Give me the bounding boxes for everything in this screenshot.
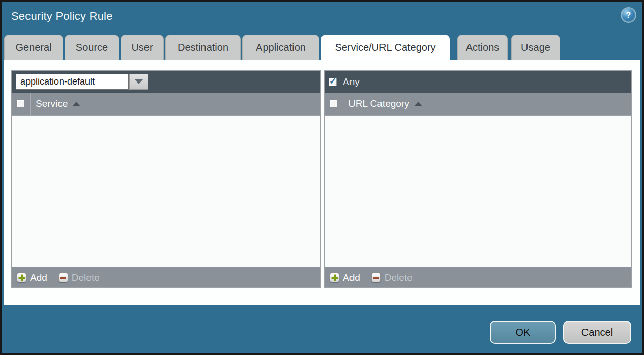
security-policy-rule-dialog: Security Policy Rule ? General Source Us… [0, 0, 644, 355]
question-mark-glyph: ? [626, 11, 631, 20]
service-panel: Service Add Delete [11, 70, 321, 288]
select-all-cell [325, 93, 343, 115]
tab-actions[interactable]: Actions [457, 35, 508, 60]
checkmark-icon: ✓ [329, 77, 336, 86]
chevron-down-icon [135, 79, 143, 84]
add-service-button[interactable]: Add [17, 272, 47, 283]
service-column-label[interactable]: Service [36, 98, 68, 110]
select-all-url-categories-checkbox[interactable] [330, 100, 338, 108]
service-column-header: Service [12, 93, 320, 116]
dropdown-arrow-button[interactable] [129, 74, 148, 90]
add-url-category-button[interactable]: Add [330, 272, 360, 283]
service-type-combo [16, 74, 148, 90]
tab-general[interactable]: General [4, 35, 63, 60]
minus-icon [371, 272, 381, 282]
service-list[interactable] [12, 116, 320, 267]
any-row: ✓ Any [329, 76, 360, 88]
service-type-dropdown[interactable] [16, 74, 129, 90]
select-all-cell [12, 93, 31, 115]
any-checkbox[interactable]: ✓ [329, 78, 337, 86]
any-label: Any [343, 76, 360, 88]
tab-application[interactable]: Application [242, 35, 319, 60]
service-panel-header [12, 71, 320, 93]
tab-destination[interactable]: Destination [165, 35, 241, 60]
select-all-services-checkbox[interactable] [17, 100, 25, 108]
url-category-column-header: URL Category [325, 93, 631, 116]
help-icon[interactable]: ? [622, 8, 635, 22]
ok-button[interactable]: OK [490, 321, 556, 344]
url-panel-footer: Add Delete [325, 267, 631, 287]
tab-service-url-category[interactable]: Service/URL Category [321, 35, 450, 60]
tab-bar: General Source User Destination Applicat… [4, 35, 562, 60]
plus-icon [330, 272, 339, 282]
sort-ascending-icon [414, 102, 422, 106]
tab-usage[interactable]: Usage [511, 35, 560, 60]
url-panel-header: ✓ Any [325, 71, 631, 93]
url-category-column-label[interactable]: URL Category [348, 98, 409, 110]
minus-icon [58, 272, 68, 282]
tab-source[interactable]: Source [65, 35, 119, 60]
delete-url-category-button[interactable]: Delete [371, 272, 413, 283]
dialog-title: Security Policy Rule [11, 10, 113, 23]
service-panel-footer: Add Delete [12, 267, 320, 287]
url-category-list[interactable] [325, 116, 631, 267]
cancel-button[interactable]: Cancel [563, 321, 631, 344]
sort-ascending-icon [72, 102, 80, 106]
delete-service-button[interactable]: Delete [58, 272, 100, 283]
tab-user[interactable]: User [121, 35, 164, 60]
plus-icon [17, 272, 26, 282]
tab-content-area: Service Add Delete ✓ [4, 60, 640, 305]
url-category-panel: ✓ Any URL Category Add [324, 70, 632, 288]
